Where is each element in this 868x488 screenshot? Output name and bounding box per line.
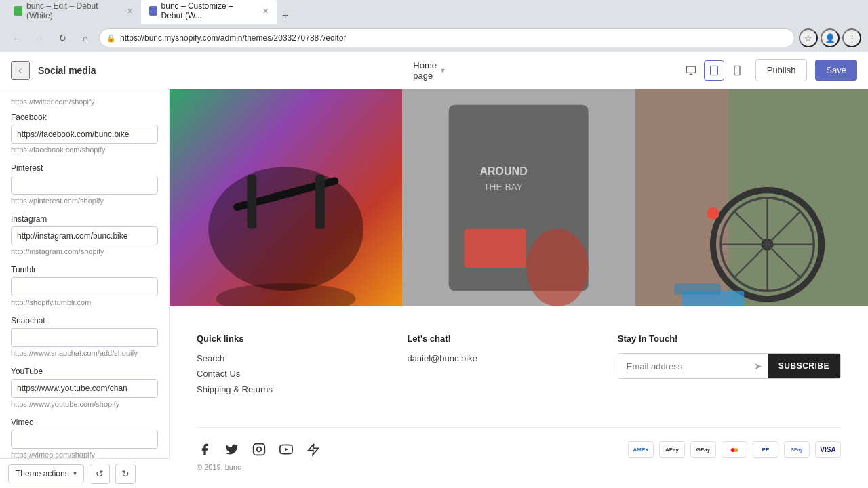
home-nav-btn[interactable]: ⌂ — [76, 28, 95, 47]
footer-grid: Quick links Search Contact Us Shipping &… — [197, 333, 841, 400]
theme-actions-bar: Theme actions ▾ ↺ ↻ — [0, 458, 170, 488]
snapchat-hint: https://www.snapchat.com/add/shopify — [11, 349, 158, 357]
svg-text:AROUND: AROUND — [480, 165, 528, 177]
visa-icon: VISA — [815, 441, 841, 458]
facebook-field-group: Facebook https://facebook.com/shopify — [11, 113, 158, 154]
tab-close-2[interactable]: ✕ — [262, 7, 269, 16]
snapchat-field-group: Snapchat https://www.snapchat.com/add/sh… — [11, 316, 158, 357]
top-bar: ‹ Social media Home page ▾ Publish Save — [0, 52, 868, 89]
email-address-input[interactable] — [618, 354, 749, 378]
instagram-label: Instagram — [11, 214, 158, 224]
footer-instagram-icon[interactable] — [251, 441, 267, 458]
footer-strava-icon[interactable] — [305, 441, 321, 458]
copyright: © 2019, bunc — [197, 463, 841, 471]
breadcrumb-arrow: ▾ — [441, 66, 445, 75]
email-submit-icon[interactable]: ➤ — [749, 354, 768, 378]
breadcrumb-area: Home page ▾ — [413, 60, 445, 81]
payment-icons: AMEX APay GPay ●● PP SPay VISA — [628, 441, 841, 458]
svg-rect-20 — [635, 89, 728, 306]
forward-nav-btn[interactable]: → — [30, 28, 49, 47]
footer-newsletter: Stay In Touch! ➤ SUBSCRIBE — [618, 333, 841, 400]
profile-btn[interactable]: 👤 — [821, 28, 840, 47]
footer-link-search[interactable]: Search — [197, 353, 380, 363]
google-pay-icon: GPay — [690, 441, 716, 458]
tab-favicon — [14, 6, 22, 16]
section-title: Social media — [38, 65, 96, 76]
svg-rect-10 — [247, 175, 256, 229]
footer-link-shipping[interactable]: Shipping & Returns — [197, 384, 380, 394]
paypal-icon: PP — [753, 441, 778, 458]
shopify-pay-icon: SPay — [784, 441, 810, 458]
footer-quick-links: Quick links Search Contact Us Shipping &… — [197, 333, 380, 400]
subscribe-button[interactable]: SUBSCRIBE — [768, 354, 840, 378]
browser-chrome: bunc – Edit – Debut (White) ✕ bunc – Cus… — [0, 0, 868, 52]
tumblr-hint: http://shopify.tumblr.com — [11, 298, 158, 306]
instagram-input[interactable] — [11, 226, 158, 245]
site-footer: Quick links Search Contact Us Shipping &… — [170, 306, 868, 485]
svg-rect-32 — [254, 444, 265, 455]
svg-point-8 — [208, 167, 363, 291]
lock-icon: 🔒 — [106, 34, 116, 43]
app-container: ‹ Social media Home page ▾ Publish Save … — [0, 52, 868, 488]
browser-tabs: bunc – Edit – Debut (White) ✕ bunc – Cus… — [0, 0, 868, 24]
email-form: ➤ SUBSCRIBE — [618, 353, 841, 379]
stay-in-touch-title: Stay In Touch! — [618, 333, 841, 344]
tablet-view-toggle[interactable] — [704, 60, 724, 81]
mobile-view-toggle[interactable] — [727, 60, 747, 81]
tab-favicon-2 — [149, 6, 157, 16]
sidebar: https://twitter.com/shopify Facebook htt… — [0, 89, 170, 488]
tumblr-label: Tumblr — [11, 265, 158, 274]
tab-edit[interactable]: bunc – Edit – Debut (White) ✕ — [5, 0, 141, 24]
vimeo-label: Vimeo — [11, 418, 158, 427]
save-button[interactable]: Save — [815, 60, 857, 81]
footer-bottom: AMEX APay GPay ●● PP SPay VISA — [197, 427, 841, 458]
snapchat-input[interactable] — [11, 328, 158, 347]
tab-label: bunc – Edit – Debut (White) — [26, 1, 120, 20]
new-tab-button[interactable]: + — [277, 7, 294, 24]
lets-chat-title: Let's chat! — [407, 333, 590, 344]
svg-rect-3 — [710, 66, 717, 75]
photo-col-2: AROUND THE BAY — [402, 89, 635, 306]
breadcrumb: Home page — [413, 60, 437, 81]
address-bar[interactable]: 🔒 https://bunc.myshopify.com/admin/theme… — [99, 28, 795, 47]
youtube-input[interactable] — [11, 379, 158, 398]
footer-facebook-icon[interactable] — [197, 441, 213, 458]
youtube-label: YouTube — [11, 367, 158, 376]
instagram-field-group: Instagram http://instagram.com/shopify — [11, 214, 158, 256]
youtube-hint: https://www.youtube.com/shopify — [11, 400, 158, 408]
footer-link-contact[interactable]: Contact Us — [197, 369, 380, 379]
social-icons — [197, 441, 321, 458]
facebook-label: Facebook — [11, 113, 158, 122]
tab-close[interactable]: ✕ — [127, 7, 133, 16]
footer-twitter-icon[interactable] — [224, 441, 240, 458]
svg-marker-34 — [285, 447, 288, 451]
photo-col-3 — [635, 89, 868, 306]
desktop-view-toggle[interactable] — [681, 60, 701, 81]
instagram-hint: http://instagram.com/shopify — [11, 247, 158, 256]
svg-rect-5 — [734, 66, 740, 75]
theme-actions-button[interactable]: Theme actions ▾ — [8, 464, 84, 483]
redo-button[interactable]: ↻ — [115, 464, 136, 484]
back-button[interactable]: ‹ — [11, 61, 30, 80]
footer-youtube-icon[interactable] — [278, 441, 294, 458]
bookmark-btn[interactable]: ☆ — [799, 28, 818, 47]
tumblr-input[interactable] — [11, 277, 158, 296]
theme-actions-label: Theme actions — [16, 469, 69, 479]
facebook-input[interactable] — [11, 125, 158, 144]
preview-area: AROUND THE BAY — [170, 89, 868, 488]
nav-actions: ☆ 👤 ⋮ — [799, 28, 861, 47]
vimeo-input[interactable] — [11, 430, 158, 449]
publish-button[interactable]: Publish — [755, 59, 808, 81]
svg-text:THE BAY: THE BAY — [484, 182, 523, 192]
pinterest-input[interactable] — [11, 176, 158, 195]
reload-nav-btn[interactable]: ↻ — [53, 28, 72, 47]
undo-button[interactable]: ↺ — [90, 464, 110, 484]
tab-label-2: bunc – Customize – Debut (W... — [161, 1, 256, 20]
menu-btn[interactable]: ⋮ — [842, 28, 861, 47]
svg-rect-11 — [315, 175, 325, 229]
view-toggles — [681, 60, 747, 81]
svg-rect-0 — [686, 66, 695, 73]
tab-customize[interactable]: bunc – Customize – Debut (W... ✕ — [141, 0, 277, 24]
svg-point-18 — [526, 229, 589, 306]
back-nav-btn[interactable]: ← — [7, 28, 26, 47]
